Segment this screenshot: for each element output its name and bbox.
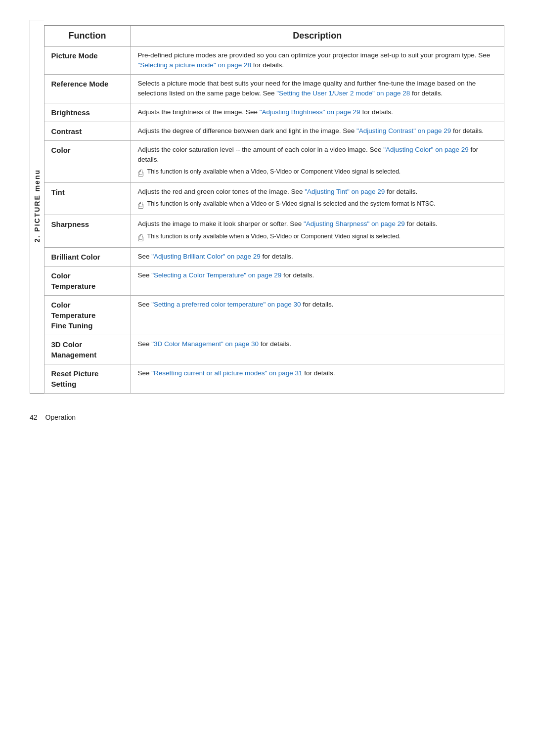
table-row: Color Temperature Fine TuningSee "Settin… [44,295,504,335]
function-label-brightness: Brightness [51,108,90,117]
description-link-brilliant-color[interactable]: "Adjusting Brilliant Color" on page 29 [151,253,260,260]
description-text-reference-mode: Selects a picture mode that best suits y… [138,79,497,99]
description-link-tint[interactable]: "Adjusting Tint" on page 29 [305,188,385,195]
note-text-color-0: This function is only available when a V… [147,168,401,177]
description-cell-brightness: Adjusts the brightness of the image. See… [131,103,504,122]
page-wrapper: 2. PICTURE menu Function Description [30,20,504,421]
description-text-tint: Adjusts the red and green color tones of… [138,187,497,197]
sidebar-cell: 2. PICTURE menu [30,20,44,394]
function-cell-brightness: Brightness [44,103,131,122]
description-cell-reference-mode: Selects a picture mode that best suits y… [131,75,504,103]
description-link-reset-picture-setting[interactable]: "Resetting current or all picture modes"… [151,369,302,377]
function-label-reference-mode: Reference Mode [51,80,109,88]
function-label-sharpness: Sharpness [51,220,89,228]
function-label-color-temperature: Color Temperature [51,271,96,290]
table-row: TintAdjusts the red and green color tone… [44,183,504,215]
description-cell-3d-color-management: See "3D Color Management" on page 30 for… [131,335,504,364]
function-header: Function [44,25,131,46]
description-link-brightness[interactable]: "Adjusting Brightness" on page 29 [260,108,360,116]
note-text-sharpness-0: This function is only available when a V… [147,232,401,241]
function-label-picture-mode: Picture Mode [51,51,98,60]
note-icon-color-0: ⎙ [138,168,143,178]
table-row: ColorAdjusts the color saturation level … [44,140,504,183]
table-row: Reset Picture SettingSee "Resetting curr… [44,364,504,393]
description-link-3d-color-management[interactable]: "3D Color Management" on page 30 [151,340,259,348]
function-cell-color: Color [44,140,131,183]
description-cell-reset-picture-setting: See "Resetting current or all picture mo… [131,364,504,393]
description-cell-sharpness: Adjusts the image to make it look sharpe… [131,215,504,247]
footer-label: Operation [45,413,76,421]
function-label-3d-color-management: 3D Color Management [51,340,97,359]
description-link-picture-mode[interactable]: "Selecting a picture mode" on page 28 [138,61,252,69]
description-cell-color: Adjusts the color saturation level -- th… [131,140,504,183]
description-text-sharpness: Adjusts the image to make it look sharpe… [138,219,497,229]
function-label-color: Color [51,146,71,154]
table-row: Picture ModePre-defined picture modes ar… [44,46,504,75]
description-text-brilliant-color: See "Adjusting Brilliant Color" on page … [138,252,497,262]
description-link-color-temperature[interactable]: "Selecting a Color Temperature" on page … [151,271,281,279]
description-cell-color-temperature-fine-tuning: See "Setting a preferred color temperatu… [131,295,504,335]
function-cell-3d-color-management: 3D Color Management [44,335,131,364]
note-text-tint-0: This function is only available when a V… [147,200,436,209]
table-row: Reference ModeSelects a picture mode tha… [44,75,504,103]
description-cell-brilliant-color: See "Adjusting Brilliant Color" on page … [131,247,504,266]
table-row: Color TemperatureSee "Selecting a Color … [44,266,504,295]
function-cell-tint: Tint [44,183,131,215]
function-cell-color-temperature: Color Temperature [44,266,131,295]
description-cell-color-temperature: See "Selecting a Color Temperature" on p… [131,266,504,295]
description-text-reset-picture-setting: See "Resetting current or all picture mo… [138,368,497,378]
description-text-contrast: Adjusts the degree of difference between… [138,126,497,136]
description-cell-picture-mode: Pre-defined picture modes are provided s… [131,46,504,75]
function-label-brilliant-color: Brilliant Color [51,253,100,261]
page-footer: 42 Operation [30,394,504,421]
description-link-contrast[interactable]: "Adjusting Contrast" on page 29 [356,127,451,134]
note-icon-tint-0: ⎙ [138,200,143,211]
description-cell-contrast: Adjusts the degree of difference between… [131,122,504,140]
table-row: SharpnessAdjusts the image to make it lo… [44,215,504,247]
note-box-color-0: ⎙This function is only available when a … [138,168,497,178]
outer-layout-table: 2. PICTURE menu Function Description [30,20,504,394]
description-link-color[interactable]: "Adjusting Color" on page 29 [383,146,468,153]
function-cell-reference-mode: Reference Mode [44,75,131,103]
description-text-color-temperature: See "Selecting a Color Temperature" on p… [138,270,497,280]
function-label-tint: Tint [51,188,65,196]
function-cell-picture-mode: Picture Mode [44,46,131,75]
footer-page-number: 42 [30,413,38,421]
description-link-reference-mode[interactable]: "Setting the User 1/User 2 mode" on page… [276,89,410,97]
description-text-color-temperature-fine-tuning: See "Setting a preferred color temperatu… [138,300,497,310]
description-link-sharpness[interactable]: "Adjusting Sharpness" on page 29 [304,220,405,227]
description-link-color-temperature-fine-tuning[interactable]: "Setting a preferred color temperature" … [151,301,301,308]
description-text-3d-color-management: See "3D Color Management" on page 30 for… [138,339,497,349]
table-row: ContrastAdjusts the degree of difference… [44,122,504,140]
note-icon-sharpness-0: ⎙ [138,233,143,243]
main-table: Function Description Picture ModePre-def… [44,25,505,394]
function-cell-sharpness: Sharpness [44,215,131,247]
function-label-reset-picture-setting: Reset Picture Setting [51,369,99,388]
description-cell-tint: Adjusts the red and green color tones of… [131,183,504,215]
description-text-picture-mode: Pre-defined picture modes are provided s… [138,50,497,71]
description-text-color: Adjusts the color saturation level -- th… [138,145,497,165]
description-text-brightness: Adjusts the brightness of the image. See… [138,107,497,117]
note-box-sharpness-0: ⎙This function is only available when a … [138,232,497,243]
table-row: Brilliant ColorSee "Adjusting Brilliant … [44,247,504,266]
table-row: 3D Color ManagementSee "3D Color Managem… [44,335,504,364]
function-cell-contrast: Contrast [44,122,131,140]
description-header: Description [131,25,504,46]
function-cell-brilliant-color: Brilliant Color [44,247,131,266]
note-box-tint-0: ⎙This function is only available when a … [138,200,497,211]
function-cell-color-temperature-fine-tuning: Color Temperature Fine Tuning [44,295,131,335]
function-label-color-temperature-fine-tuning: Color Temperature Fine Tuning [51,301,96,330]
table-row: BrightnessAdjusts the brightness of the … [44,103,504,122]
function-cell-reset-picture-setting: Reset Picture Setting [44,364,131,393]
function-label-contrast: Contrast [51,127,82,135]
sidebar-label: 2. PICTURE menu [33,169,41,242]
